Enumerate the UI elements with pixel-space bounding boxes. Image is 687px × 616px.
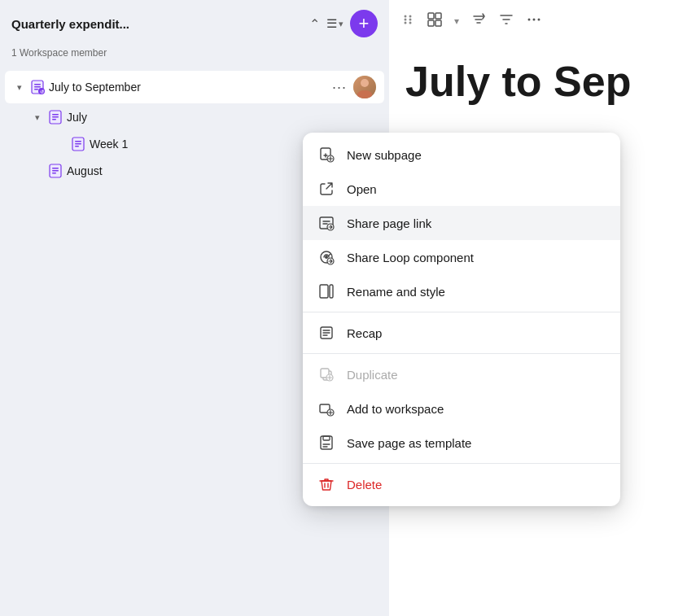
page-icon [47,109,63,125]
more-options-button[interactable]: ··· [330,79,348,96]
recap-icon [317,324,335,342]
svg-rect-11 [75,141,81,142]
svg-rect-24 [428,13,434,19]
svg-rect-8 [52,116,59,118]
nav-label-july-to-september: July to September [49,81,327,94]
menu-item-label-open: Open [347,182,377,196]
menu-item-label-new-subpage: New subpage [347,148,422,162]
menu-item-rename-and-style[interactable]: Rename and style [303,274,620,308]
menu-item-add-to-workspace[interactable]: Add to workspace [303,391,620,426]
duplicate-icon [317,365,335,383]
chevron-down-icon: ▾ [454,15,459,27]
menu-item-label-recap: Recap [347,326,382,340]
drag-icon-button[interactable] [400,12,415,30]
page-title: July to Sep [389,42,687,105]
svg-rect-7 [52,114,59,116]
svg-rect-9 [52,119,56,120]
add-button[interactable]: + [350,10,378,37]
grid-view-button[interactable] [427,11,443,31]
svg-rect-47 [323,436,330,440]
svg-rect-13 [75,146,79,147]
svg-rect-26 [428,20,434,26]
svg-rect-3 [34,89,38,90]
menu-button[interactable]: ☰ ▾ [326,16,344,31]
share-loop-icon [317,248,335,266]
menu-chevron-icon: ▾ [339,19,344,29]
avatar [353,76,376,98]
svg-rect-1 [34,84,41,85]
svg-point-20 [405,19,407,21]
svg-point-19 [409,15,412,18]
nav-actions: ··· [330,76,376,98]
page-icon: ↺ [29,79,46,95]
workspace-chevron-icon[interactable]: ⌃ [309,16,320,32]
svg-point-22 [405,22,407,24]
menu-item-label-duplicate: Duplicate [347,368,398,382]
svg-text:↺: ↺ [40,90,44,94]
menu-divider-1 [303,312,620,312]
menu-item-label-share-loop-component: Share Loop component [347,251,474,264]
svg-point-36 [325,256,328,259]
sidebar-header: Quarterly expendit... ⌃ ☰ ▾ + [0,0,389,47]
svg-rect-38 [320,285,328,298]
menu-item-recap[interactable]: Recap [303,316,620,350]
svg-rect-15 [52,168,59,169]
chevron-icon: ▾ [13,82,26,93]
filter-button[interactable] [498,11,514,31]
svg-rect-27 [435,20,441,26]
nav-label-july: July [67,111,376,124]
menu-item-open[interactable]: Open [303,172,620,206]
chevron-icon: ▾ [31,112,44,123]
sidebar-item-july[interactable]: ▾ July [23,104,384,130]
menu-item-label-rename-and-style: Rename and style [347,285,445,299]
workspace-title: Quarterly expendit... [11,17,303,31]
svg-rect-39 [330,285,333,298]
new-subpage-icon [317,146,335,164]
menu-item-share-page-link[interactable]: Share page link [303,206,620,240]
svg-rect-2 [34,86,41,88]
workspace-subtitle: 1 Workspace member [0,47,389,67]
svg-rect-25 [435,13,441,19]
main-toolbar: ▾ [389,0,687,42]
svg-point-23 [409,22,412,24]
svg-rect-17 [52,173,56,174]
avatar-image [353,76,376,98]
menu-item-save-page-as-template[interactable]: Save page as template [303,426,620,460]
menu-item-new-subpage[interactable]: New subpage [303,138,620,172]
rename-icon [317,282,335,300]
context-menu: New subpage Open Share page link [303,133,620,506]
sort-button[interactable] [470,11,487,31]
page-icon [70,136,86,152]
save-template-icon [317,434,335,452]
menu-divider-3 [303,463,620,464]
svg-rect-12 [75,143,81,145]
menu-item-label-share-page-link: Share page link [347,216,431,230]
menu-item-label-save-page-as-template: Save page as template [347,436,471,450]
delete-icon [317,475,335,493]
menu-item-delete[interactable]: Delete [303,467,620,501]
share-page-link-icon [317,214,335,232]
menu-lines-icon: ☰ [326,16,337,31]
open-icon [317,180,335,198]
page-icon [47,163,63,179]
svg-point-18 [405,15,407,18]
more-options-toolbar-button[interactable] [526,11,542,31]
menu-divider-2 [303,353,620,354]
menu-item-label-delete: Delete [347,478,382,491]
menu-item-duplicate: Duplicate [303,357,620,391]
svg-rect-16 [52,170,59,172]
menu-item-label-add-to-workspace: Add to workspace [347,402,444,416]
svg-point-28 [528,19,531,21]
sidebar-item-july-to-september[interactable]: ▾ ↺ July to September ··· [5,71,384,103]
svg-point-29 [533,19,536,21]
add-workspace-icon [317,400,335,417]
menu-item-share-loop-component[interactable]: Share Loop component [303,240,620,274]
svg-point-21 [409,19,412,21]
svg-point-30 [538,19,540,21]
